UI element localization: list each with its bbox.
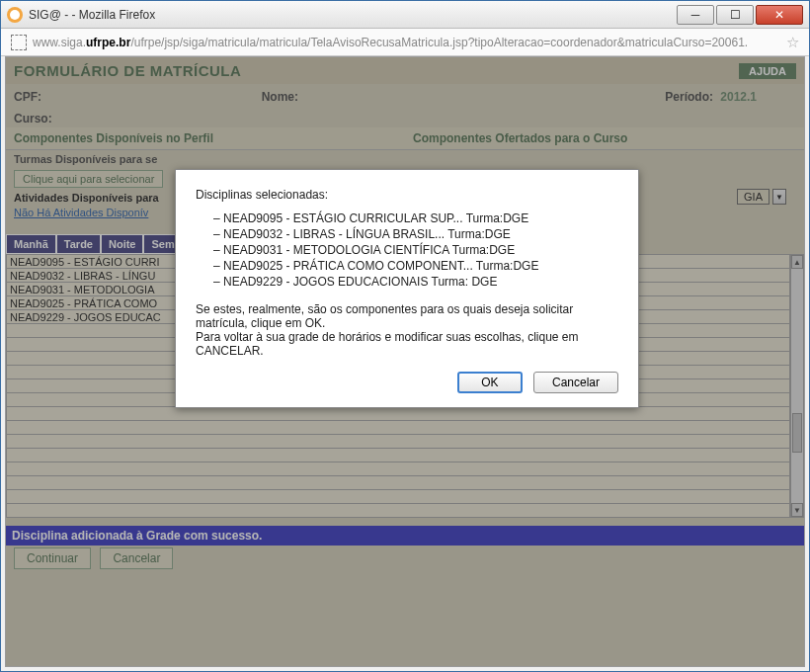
firefox-icon: [7, 7, 23, 23]
maximize-button[interactable]: ☐: [716, 5, 754, 25]
url-path: /ufrpe/jsp/siga/matricula/matricula/Tela…: [130, 36, 748, 49]
list-item: NEAD9031 - METODOLOGIA CIENTÍFICA Turma:…: [213, 243, 618, 257]
bookmark-icon[interactable]: ☆: [786, 34, 799, 51]
url-domain: ufrpe.br: [86, 36, 130, 49]
window-title: SIG@ - - Mozilla Firefox: [29, 8, 677, 22]
close-button[interactable]: ✕: [756, 5, 803, 25]
ok-button[interactable]: OK: [457, 372, 522, 393]
minimize-button[interactable]: ─: [677, 5, 714, 25]
titlebar: SIG@ - - Mozilla Firefox ─ ☐ ✕: [1, 1, 809, 29]
list-item: NEAD9095 - ESTÁGIO CURRICULAR SUP... Tur…: [213, 211, 618, 225]
dialog-text-2: Para voltar à sua grade de horários e mo…: [196, 330, 618, 358]
identity-icon[interactable]: [11, 35, 27, 50]
cancel-button[interactable]: Cancelar: [533, 372, 618, 393]
url-prefix: www.siga.: [33, 36, 86, 49]
dialog-buttons: OK Cancelar: [196, 372, 618, 393]
list-item: NEAD9032 - LIBRAS - LÍNGUA BRASIL... Tur…: [213, 227, 618, 241]
list-item: NEAD9025 - PRÁTICA COMO COMPONENT... Tur…: [213, 259, 618, 273]
dialog-heading: Disciplinas selecionadas:: [196, 188, 618, 202]
confirm-dialog: Disciplinas selecionadas: NEAD9095 - EST…: [175, 169, 639, 408]
dialog-text-1: Se estes, realmente, são os componentes …: [196, 302, 618, 330]
list-item: NEAD9229 - JOGOS EDUCACIONAIS Turma: DGE: [213, 275, 618, 289]
url-field[interactable]: www.siga.ufrpe.br/ufrpe/jsp/siga/matricu…: [33, 36, 780, 49]
firefox-window: SIG@ - - Mozilla Firefox ─ ☐ ✕ www.siga.…: [0, 0, 810, 672]
window-controls: ─ ☐ ✕: [677, 5, 803, 25]
url-bar: www.siga.ufrpe.br/ufrpe/jsp/siga/matricu…: [1, 29, 809, 56]
selected-list: NEAD9095 - ESTÁGIO CURRICULAR SUP... Tur…: [213, 211, 618, 289]
